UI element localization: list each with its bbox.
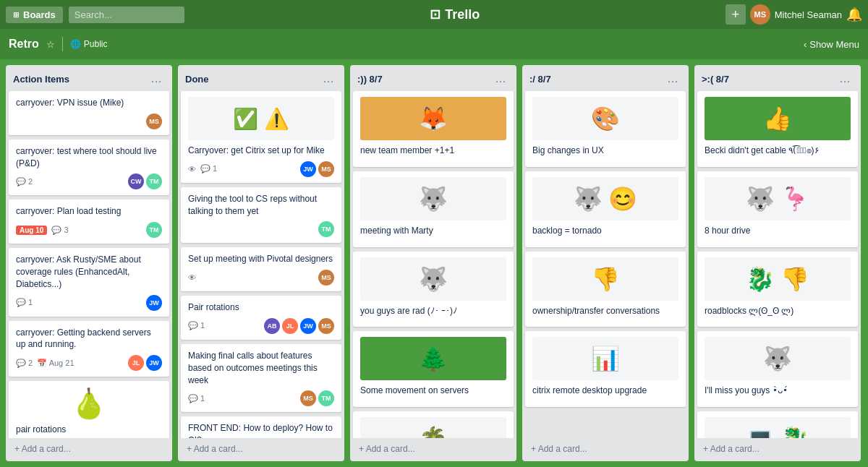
card-emoji-image: 📊 <box>532 337 678 380</box>
show-menu-label: Show Menu <box>809 39 859 50</box>
card-footer: 💬 2CWTM <box>16 173 162 189</box>
column-header: :)) 8/7… <box>350 65 516 91</box>
member-avatar: MS <box>300 390 316 406</box>
card[interactable]: 👍Becki didn't get cable ٩(͡๏̯͡๏)۶ <box>697 91 858 167</box>
card[interactable]: carryover: Plan load testingAug 10💬 3TM <box>9 200 169 244</box>
card-emoji-image: 🐺 <box>705 337 851 380</box>
card[interactable]: Making final calls about features based … <box>181 344 341 412</box>
card-meta: 👁💬 1 <box>188 164 217 173</box>
card-footer: 💬 2📅 Aug 21JLJW <box>16 355 162 371</box>
logo-text: Trello <box>445 7 480 22</box>
card-emoji-image: 🎨 <box>532 97 678 140</box>
member-avatar: TM <box>146 173 162 189</box>
card[interactable]: Set up meeting with Pivotal designers👁MS <box>181 247 341 291</box>
user-name: Mitchel Seaman <box>775 9 842 20</box>
boards-button[interactable]: ⊞ Boards <box>6 7 63 23</box>
card-emoji-image: 👎 <box>532 257 678 301</box>
add-card-button[interactable]: + Add a card... <box>353 440 514 458</box>
column-title: :)) 8/7 <box>357 74 383 85</box>
member-avatar: TM <box>146 222 162 238</box>
column-header: Action Items… <box>6 65 172 91</box>
visibility-button[interactable]: 🌐 Public <box>70 39 108 49</box>
column-menu-button[interactable]: … <box>492 71 509 87</box>
member-avatars: JLJW <box>128 355 162 371</box>
column-cards: ✅ ⚠️Carryover: get Citrix set up for Mik… <box>178 91 344 438</box>
card[interactable]: 🐺I'll miss you guys •̀ᴗ•́ <box>697 331 858 407</box>
column-menu-button[interactable]: … <box>664 71 681 87</box>
comment-icon: 💬 2 <box>16 177 33 187</box>
column-joy: :)) 8/7…🦊new team member +1+1🐺meeting wi… <box>350 65 516 461</box>
card[interactable]: 👎ownership/transfer conversations <box>525 252 686 327</box>
card-footer: MS <box>16 113 162 129</box>
add-card-button[interactable]: + Add a card... <box>697 440 858 458</box>
add-button[interactable]: + <box>726 4 746 25</box>
card[interactable]: Pair rotations💬 1ABJLJWMS <box>181 296 341 340</box>
card-text: Carryover: get Citrix set up for Mike <box>188 145 334 157</box>
date-label: 📅 Aug 21 <box>37 359 74 368</box>
member-avatars: TM <box>146 222 162 238</box>
card[interactable]: 🐺meeting with Marty <box>353 171 514 247</box>
comment-icon: 💬 1 <box>188 394 205 403</box>
column-cards: carryover: VPN issue (Mike)MScarryover: … <box>6 91 172 438</box>
card-text: carryover: Plan load testing <box>16 205 162 218</box>
card[interactable]: carryover: Getting backend servers up an… <box>9 321 169 377</box>
card[interactable]: 🎨Big changes in UX <box>525 91 686 167</box>
member-avatar: CW <box>128 173 144 189</box>
column-menu-button[interactable]: … <box>836 71 854 87</box>
card-text: backlog = tornado <box>532 225 678 237</box>
card[interactable]: 💻 🐉Justin lot's of meetings,emails and f… <box>697 411 858 438</box>
card[interactable]: 🦊new team member +1+1 <box>353 91 514 167</box>
member-avatars: MS <box>146 113 162 129</box>
add-card-button[interactable]: + Add a card... <box>181 440 341 458</box>
card-text: citrix remote desktop upgrade <box>532 385 678 397</box>
notification-button[interactable]: 🔔 <box>846 7 862 22</box>
card[interactable]: 🍐pair rotations💬 1JLJWAB <box>9 381 169 438</box>
member-avatar: TM <box>318 221 334 237</box>
add-card-button[interactable]: + Add a card... <box>525 440 686 458</box>
card-footer: 💬 1ABJLJWMS <box>188 318 334 334</box>
card[interactable]: 🐺you guys are rad (ﾉ･ ｰ･)ﾉ <box>353 252 514 327</box>
member-avatars: CWTM <box>128 173 162 189</box>
card[interactable]: 🐉 👎roadblocks ლ(ʘ_ʘ ლ) <box>697 252 858 327</box>
card-footer: TM <box>188 221 334 237</box>
card-emoji-image: 👍 <box>705 97 851 140</box>
card[interactable]: 🐺 🦩8 hour drive <box>697 171 858 247</box>
user-menu-button[interactable]: MS Mitchel Seaman <box>750 4 842 25</box>
board-title: Retro <box>9 38 39 51</box>
card[interactable]: 🌴vacation <box>353 411 514 438</box>
star-icon[interactable]: ☆ <box>46 39 55 50</box>
eye-icon: 👁 <box>188 165 196 173</box>
card[interactable]: carryover: test where tool should live (… <box>9 140 169 196</box>
card-text: roadblocks ლ(ʘ_ʘ ლ) <box>705 305 851 317</box>
search-input[interactable] <box>69 7 184 23</box>
member-avatar: JW <box>146 355 162 371</box>
card-emoji-image: 💻 🐉 <box>705 417 851 438</box>
member-avatars: MSTM <box>300 390 334 406</box>
add-card-button[interactable]: + Add a card... <box>9 440 169 458</box>
boards-label: Boards <box>23 9 56 20</box>
card[interactable]: 📊citrix remote desktop upgrade <box>525 331 686 407</box>
card[interactable]: Giving the tool to CS reps without talki… <box>181 187 341 244</box>
card[interactable]: ✅ ⚠️Carryover: get Citrix set up for Mik… <box>181 91 341 183</box>
card-text: Set up meeting with Pivotal designers <box>188 253 334 265</box>
card[interactable]: carryover: Ask Rusty/SME about coverage … <box>9 248 169 316</box>
card-text: FRONT END: How to deploy? How to CI? <box>188 422 334 438</box>
column-sad: >:( 8/7…👍Becki didn't get cable ٩(͡๏̯͡๏)… <box>694 65 861 461</box>
card[interactable]: carryover: VPN issue (Mike)MS <box>9 91 169 135</box>
board-header: Retro ☆ 🌐 Public ‹ Show Menu <box>0 29 868 59</box>
member-avatar: MS <box>318 318 334 334</box>
column-header: :/ 8/7… <box>522 65 689 91</box>
eye-icon: 👁 <box>188 273 196 282</box>
globe-icon: 🌐 <box>70 39 81 49</box>
card[interactable]: 🌲Some movement on servers <box>353 331 514 407</box>
card[interactable]: 🐺 😊backlog = tornado <box>525 171 686 247</box>
member-avatars: ABJLJWMS <box>264 318 334 334</box>
card-footer: 👁MS <box>188 270 334 286</box>
card-text: Pair rotations <box>188 301 334 314</box>
card-text: ownership/transfer conversations <box>532 305 678 317</box>
column-menu-button[interactable]: … <box>320 71 337 87</box>
card[interactable]: FRONT END: How to deploy? How to CI?💬 3M… <box>181 416 341 438</box>
member-avatar: JW <box>300 161 316 177</box>
show-menu-button[interactable]: ‹ Show Menu <box>804 39 859 50</box>
column-menu-button[interactable]: … <box>148 71 165 87</box>
